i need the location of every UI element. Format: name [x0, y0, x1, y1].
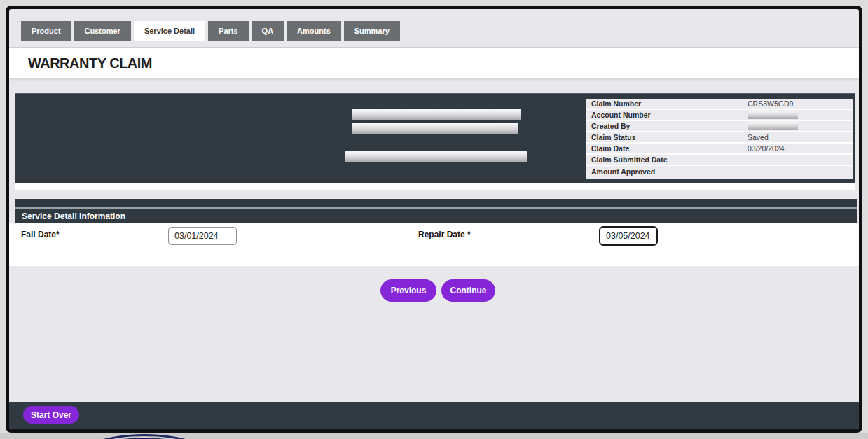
tab-parts[interactable]: Parts — [208, 21, 249, 41]
tab-amounts[interactable]: Amounts — [287, 21, 341, 41]
section-top-bar — [15, 199, 857, 207]
tab-customer[interactable]: Customer — [74, 21, 131, 41]
claim-number-label: Claim Number — [586, 99, 748, 108]
claim-row-created-by: Created By — [586, 121, 853, 132]
claim-status-value: Saved — [748, 133, 769, 141]
amount-approved-label: Amount Approved — [586, 167, 748, 176]
date-fields-row: Fail Date* Repair Date * — [9, 223, 859, 247]
tab-summary[interactable]: Summary — [344, 21, 400, 41]
fail-date-label: Fail Date* — [21, 230, 60, 239]
claim-date-label: Claim Date — [586, 144, 748, 153]
header-bottom-strip — [15, 183, 855, 190]
previous-button[interactable]: Previous — [380, 279, 436, 302]
tab-product[interactable]: Product — [21, 21, 71, 41]
claim-number-value: CRS3W5GD9 — [748, 99, 793, 108]
tab-service-detail[interactable]: Service Detail — [134, 21, 205, 41]
redacted-created-by-value — [748, 122, 798, 130]
tab-qa[interactable]: QA — [252, 21, 284, 41]
claim-summary-panel: Claim Number CRS3W5GD9 Account Number Cr… — [586, 99, 853, 179]
claim-header-section: Claim Number CRS3W5GD9 Account Number Cr… — [15, 93, 855, 183]
app-window: Product Customer Service Detail Parts QA… — [6, 6, 862, 433]
title-band: WARRANTY CLAIM — [9, 47, 859, 78]
claim-date-value: 03/20/2024 — [748, 144, 785, 153]
screenshot-root: Product Customer Service Detail Parts QA… — [0, 0, 868, 439]
claim-row-claim-date: Claim Date 03/20/2024 — [586, 144, 853, 155]
page-title: WARRANTY CLAIM — [28, 55, 152, 71]
redacted-product-line-2 — [352, 123, 518, 134]
service-detail-form: Fail Date* Repair Date * — [9, 223, 859, 266]
section-title: Service Detail Information — [15, 211, 125, 221]
claim-submitted-date-label: Claim Submitted Date — [586, 155, 748, 164]
repair-date-label: Repair Date * — [418, 230, 471, 239]
created-by-label: Created By — [586, 122, 748, 130]
claim-row-claim-submitted-date: Claim Submitted Date — [586, 155, 853, 166]
section-header: Service Detail Information — [15, 209, 857, 223]
claim-row-claim-number: Claim Number CRS3W5GD9 — [586, 99, 853, 110]
claim-status-label: Claim Status — [586, 133, 748, 141]
redacted-account-number-value — [748, 111, 798, 119]
continue-button[interactable]: Continue — [441, 279, 495, 302]
footer-bar: Start Over — [9, 402, 859, 429]
tab-bar: Product Customer Service Detail Parts QA… — [21, 21, 400, 41]
fail-date-input[interactable] — [168, 227, 237, 245]
redacted-product-line-1 — [352, 109, 521, 120]
redacted-product-line-3 — [345, 151, 527, 162]
claim-row-account-number: Account Number — [586, 110, 853, 121]
account-number-label: Account Number — [586, 111, 748, 119]
repair-date-input[interactable] — [599, 226, 658, 246]
claim-row-claim-status: Claim Status Saved — [586, 132, 853, 144]
start-over-button[interactable]: Start Over — [23, 406, 79, 424]
claim-row-amount-approved: Amount Approved — [586, 166, 853, 177]
form-separator — [9, 256, 859, 256]
